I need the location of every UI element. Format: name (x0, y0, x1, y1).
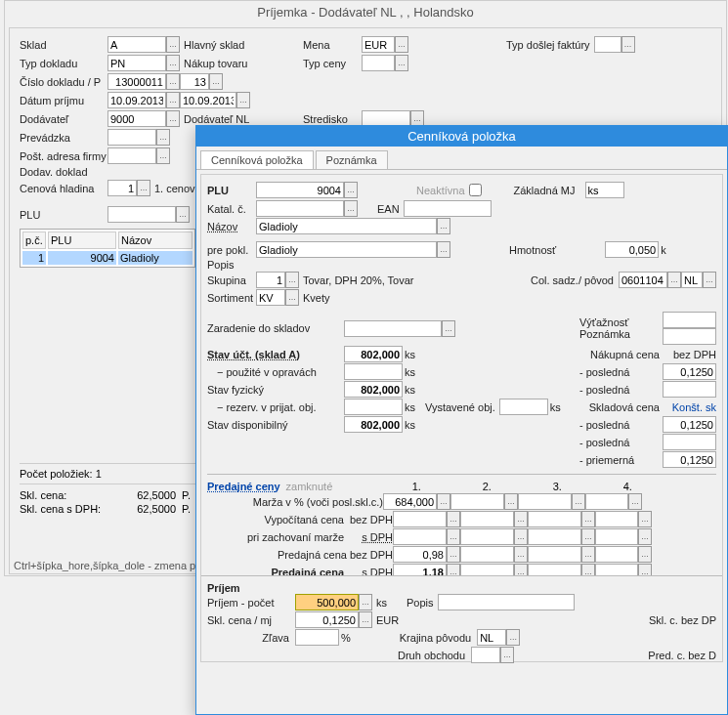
posl1-input[interactable] (663, 363, 716, 380)
marza-2[interactable] (450, 493, 504, 510)
dodav-input[interactable] (107, 110, 166, 127)
datum2-lookup[interactable]: ... (236, 92, 250, 108)
posl3-input[interactable] (663, 416, 716, 433)
stavf-input[interactable] (344, 381, 403, 398)
vypo-2-btn[interactable]: ... (514, 511, 528, 527)
datum-lookup[interactable]: ... (166, 92, 180, 108)
typceny-lookup[interactable]: ... (395, 55, 408, 71)
plu2-input[interactable] (256, 182, 344, 198)
cenh-input[interactable] (107, 180, 137, 196)
prizach-2[interactable] (460, 528, 514, 545)
pcbez-4-btn[interactable]: ... (638, 546, 652, 563)
zmj-input[interactable] (585, 182, 624, 198)
cislo-p-input[interactable] (180, 73, 209, 90)
pcbez-2[interactable] (460, 546, 514, 563)
marza-2-btn[interactable]: ... (504, 493, 518, 510)
tab-note[interactable]: Poznámka (316, 150, 388, 169)
kraj-input[interactable] (477, 629, 506, 646)
typfak-input[interactable] (594, 36, 621, 53)
posl4-input[interactable] (663, 434, 716, 450)
table-row[interactable]: 1 9004 Gladioly (22, 251, 193, 265)
posl2-input[interactable] (663, 381, 716, 398)
typfak-lookup[interactable]: ... (621, 36, 635, 53)
stavpo-input[interactable] (344, 363, 403, 380)
prev-input[interactable] (107, 129, 156, 146)
kraj-lookup[interactable]: ... (506, 629, 520, 646)
th-pc[interactable]: p.č. (22, 231, 46, 249)
prizach-1-btn[interactable]: ... (447, 528, 460, 545)
nazov-lookup[interactable]: ... (437, 218, 450, 234)
pcbez-2-btn[interactable]: ... (514, 546, 528, 563)
cenh-lookup[interactable]: ... (137, 180, 150, 196)
vypo-2[interactable] (460, 511, 514, 527)
col-lookup[interactable]: ... (667, 272, 681, 288)
marza-3[interactable] (518, 493, 572, 510)
cislo-input[interactable] (107, 73, 166, 90)
vystav-input[interactable] (499, 399, 548, 415)
pcbez-3-btn[interactable]: ... (581, 546, 595, 563)
ean-input[interactable] (404, 200, 492, 217)
marza-1-btn[interactable]: ... (437, 493, 450, 510)
skup-input[interactable] (256, 272, 285, 288)
rezerv-input[interactable] (344, 399, 403, 415)
sort-lookup[interactable]: ... (285, 289, 299, 306)
stavd-input[interactable] (344, 416, 403, 433)
typdok-lookup[interactable]: ... (166, 55, 180, 71)
marza-4[interactable] (585, 493, 628, 510)
vypo-3-btn[interactable]: ... (581, 511, 595, 527)
plu2-lookup[interactable]: ... (344, 182, 358, 198)
post-lookup[interactable]: ... (156, 147, 170, 164)
cislo-lookup[interactable]: ... (166, 73, 180, 90)
col-country-input[interactable] (681, 272, 703, 288)
prev-lookup[interactable]: ... (156, 129, 170, 146)
stavu-input[interactable] (344, 346, 403, 362)
vypo-1[interactable] (393, 511, 447, 527)
tab-pricelist[interactable]: Cenníková položka (200, 150, 314, 169)
priem-input[interactable] (663, 451, 716, 468)
mena-input[interactable] (362, 36, 395, 53)
hmot-input[interactable] (605, 241, 659, 258)
sklad-lookup[interactable]: ... (166, 36, 180, 53)
pc-title[interactable]: Predajné ceny (207, 481, 280, 492)
prizach-2-btn[interactable]: ... (514, 528, 528, 545)
prizach-3-btn[interactable]: ... (581, 528, 595, 545)
col-input[interactable] (619, 272, 667, 288)
cislo-p-lookup[interactable]: ... (209, 73, 223, 90)
th-plu[interactable]: PLU (48, 231, 116, 249)
datum-input[interactable] (107, 92, 166, 108)
plu-input[interactable] (107, 206, 176, 223)
katal-lookup[interactable]: ... (344, 200, 358, 217)
pcbez-4[interactable] (595, 546, 638, 563)
mena-lookup[interactable]: ... (395, 36, 408, 53)
datum2-input[interactable] (180, 92, 236, 108)
prizach-3[interactable] (528, 528, 581, 545)
pcbez-1[interactable] (393, 546, 447, 563)
th-nazov[interactable]: Názov (118, 231, 193, 249)
zarad-input[interactable] (344, 320, 442, 337)
marza-4-btn[interactable]: ... (628, 493, 642, 510)
katal-input[interactable] (256, 200, 344, 217)
plu-lookup[interactable]: ... (176, 206, 190, 223)
vytaz-input[interactable] (663, 312, 716, 328)
pcbez-1-btn[interactable]: ... (447, 546, 460, 563)
prpoc-lookup[interactable]: ... (359, 594, 372, 610)
sklad-input[interactable] (107, 36, 166, 53)
vypo-3[interactable] (528, 511, 581, 527)
sort-input[interactable] (256, 289, 285, 306)
skup-lookup[interactable]: ... (285, 272, 299, 288)
marza-1[interactable] (383, 493, 437, 510)
zarad-lookup[interactable]: ... (442, 320, 455, 337)
sklcmj-lookup[interactable]: ... (359, 611, 372, 628)
prpoc-input[interactable] (295, 594, 359, 610)
prepokl-input[interactable] (256, 241, 437, 258)
vypo-4[interactable] (595, 511, 638, 527)
pozn-input[interactable] (663, 328, 716, 345)
typdok-input[interactable] (107, 55, 166, 71)
pcbez-3[interactable] (528, 546, 581, 563)
zlava-input[interactable] (295, 629, 339, 646)
prizach-1[interactable] (393, 528, 447, 545)
marza-3-btn[interactable]: ... (572, 493, 585, 510)
vypo-4-btn[interactable]: ... (638, 511, 652, 527)
popis2-input[interactable] (438, 594, 575, 610)
post-input[interactable] (107, 147, 156, 164)
